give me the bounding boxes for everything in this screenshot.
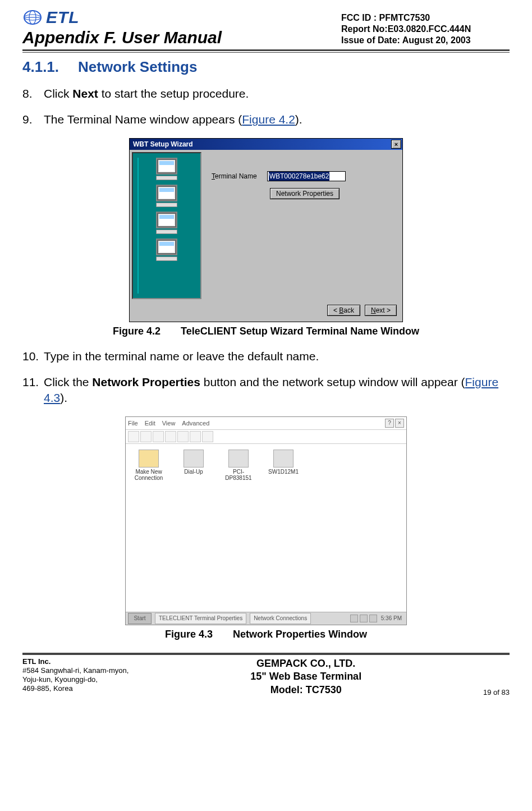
terminal-name-row: Terminal Name WBT000278e1be62 <box>212 171 392 181</box>
window-title: WBT Setup Wizard <box>133 140 193 148</box>
clock: 5:36 PM <box>379 615 404 621</box>
titlebar: WBT Setup Wizard × <box>130 139 402 150</box>
toolbar-button[interactable] <box>190 431 201 442</box>
menu: File Edit View Advanced <box>128 420 209 427</box>
back-button[interactable]: < Back <box>327 305 360 316</box>
section-number: 4.1.1. <box>22 58 59 75</box>
wbt-setup-wizard-window: WBT Setup Wizard × Terminal Name WBT0002… <box>129 138 403 322</box>
bold-text: Network Properties <box>92 375 200 388</box>
footer-rule <box>22 653 510 655</box>
toolbar-button[interactable] <box>140 431 152 442</box>
section-title: Network Settings <box>78 58 197 75</box>
icon-area: Make New Connection Dial-Up PCI-DP838151… <box>126 444 406 487</box>
icon-label: Make New Connection <box>134 469 164 481</box>
close-button[interactable]: × <box>391 140 401 149</box>
connection-icon <box>184 450 204 468</box>
product-company: GEMPACK CO., LTD. <box>250 657 361 670</box>
tray-icon[interactable] <box>360 615 368 622</box>
folder-icon <box>139 450 159 468</box>
computer-icon <box>154 239 179 261</box>
text: The Terminal Name window appears ( <box>44 113 242 126</box>
step-8: 8. Click Next to start the setup procedu… <box>22 86 510 102</box>
tray-icon[interactable] <box>369 615 377 622</box>
footer-center: GEMPACK CO., LTD. 15" Web Base Terminal … <box>250 657 361 697</box>
help-button[interactable]: ? <box>385 419 394 428</box>
menu-view[interactable]: View <box>162 420 176 427</box>
tray-icon[interactable] <box>350 615 358 622</box>
step-number: 8. <box>22 86 44 102</box>
menu-advanced[interactable]: Advanced <box>182 420 209 427</box>
make-new-connection-icon[interactable]: Make New Connection <box>134 450 164 481</box>
etl-logo: ETL <box>22 8 222 27</box>
step-body: Click the Network Properties button and … <box>44 374 510 406</box>
toolbar-button[interactable] <box>128 431 139 442</box>
header-rule <box>22 49 510 53</box>
toolbar-button[interactable] <box>202 431 213 442</box>
figure-link[interactable]: Figure 4.2 <box>242 113 295 126</box>
figure-4-2: WBT Setup Wizard × Terminal Name WBT0002… <box>22 138 510 322</box>
text: to start the setup procedure. <box>98 87 249 100</box>
text: button and the network setup window will… <box>200 375 465 388</box>
text: Click the <box>44 375 92 388</box>
connection-icon <box>228 450 249 468</box>
address-line: Yoju-kun, Kyounggi-do, <box>22 675 129 684</box>
step-body: Click Next to start the setup procedure. <box>44 86 510 102</box>
window-body: Terminal Name WBT000278e1be62 Network Pr… <box>130 150 402 301</box>
footer-left: ETL Inc. #584 Sangwhal-ri, Kanam-myon, Y… <box>22 657 129 694</box>
sw-adapter-icon[interactable]: SW1D12M1 <box>268 450 299 481</box>
window-controls: ? × <box>385 419 404 428</box>
toolbar-button[interactable] <box>165 431 176 442</box>
text: Click <box>44 87 72 100</box>
issue-date: Issue of Date: August 20, 2003 <box>341 35 510 46</box>
connection-icon <box>273 450 293 468</box>
icon-label: SW1D12M1 <box>268 469 299 475</box>
address-line: #584 Sangwhal-ri, Kanam-myon, <box>22 666 129 675</box>
figure-4-3-caption: Figure 4.3Network Properties Window <box>22 629 510 640</box>
caption-text: TeleCLIENT Setup Wizard Terminal Name Wi… <box>181 326 419 337</box>
window-right: Terminal Name WBT000278e1be62 Network Pr… <box>204 152 400 299</box>
toolbar-button[interactable] <box>177 431 189 442</box>
taskbar-task[interactable]: TELECLIENT Terminal Properties <box>155 613 246 624</box>
pci-adapter-icon[interactable]: PCI-DP838151 <box>223 450 254 481</box>
network-properties-window: File Edit View Advanced ? × <box>125 416 407 625</box>
product-name: 15" Web Base Terminal <box>250 670 361 683</box>
step-number: 10. <box>22 349 44 364</box>
address-line: 469-885, Korea <box>22 684 129 693</box>
page-header: ETL Appendix F. User Manual FCC ID : PFM… <box>22 8 510 47</box>
step-body: Type in the terminal name or leave the d… <box>44 349 510 364</box>
text: ). <box>295 113 302 126</box>
section-heading: 4.1.1.Network Settings <box>22 58 510 76</box>
icon-label: Dial-Up <box>184 469 203 475</box>
step-number: 11. <box>22 374 44 406</box>
dialup-icon[interactable]: Dial-Up <box>178 450 209 481</box>
text: ). <box>60 391 67 404</box>
caption-number: Figure 4.2 <box>113 326 160 337</box>
menu-file[interactable]: File <box>128 420 138 427</box>
close-button[interactable]: × <box>395 419 404 428</box>
taskbar-task[interactable]: Network Connections <box>250 613 311 624</box>
terminal-name-input[interactable]: WBT000278e1be62 <box>267 171 346 181</box>
step-9: 9. The Terminal Name window appears (Fig… <box>22 112 510 127</box>
menu-edit[interactable]: Edit <box>145 420 155 427</box>
figure-4-2-caption: Figure 4.2TeleCLIENT Setup Wizard Termin… <box>22 326 510 337</box>
product-model: Model: TC7530 <box>250 684 361 697</box>
page-number: 19 of 83 <box>483 688 510 697</box>
step-11: 11. Click the Network Properties button … <box>22 374 510 406</box>
computer-icon <box>154 185 179 207</box>
next-button[interactable]: Next > <box>365 305 397 316</box>
bold-text: Next <box>72 87 98 100</box>
toolbar-button[interactable] <box>153 431 164 442</box>
toolbar <box>126 430 406 444</box>
header-left: ETL Appendix F. User Manual <box>22 8 222 47</box>
caption-number: Figure 4.3 <box>165 629 213 640</box>
start-button[interactable]: Start <box>128 613 152 624</box>
terminal-name-label: Terminal Name <box>212 172 257 180</box>
network-properties-button[interactable]: Network Properties <box>270 188 340 199</box>
menubar: File Edit View Advanced ? × <box>126 417 406 430</box>
computer-icon <box>154 212 179 234</box>
step-number: 9. <box>22 112 44 127</box>
window-footer: < Back Next > <box>130 301 402 322</box>
left-graphic-panel <box>132 152 201 299</box>
computer-icon <box>154 158 179 180</box>
fcc-id: FCC ID : PFMTC7530 <box>341 12 510 24</box>
